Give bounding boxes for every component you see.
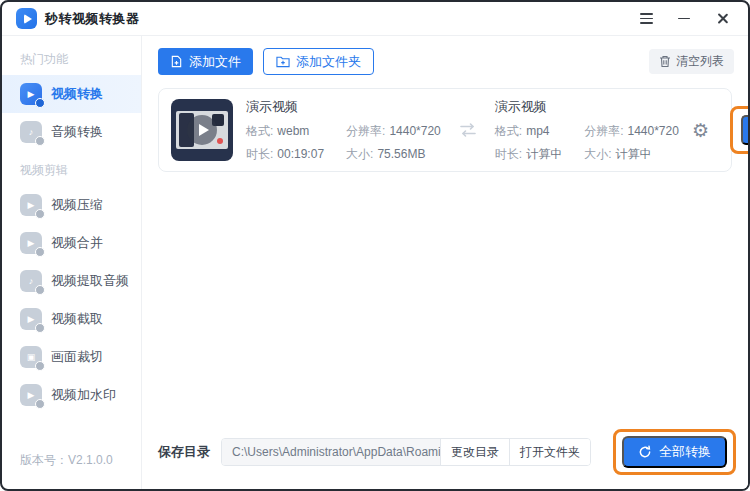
- sidebar-item-label: 音频转换: [51, 123, 103, 141]
- add-folder-label: 添加文件夹: [296, 53, 361, 71]
- menu-icon[interactable]: [634, 7, 658, 31]
- source-resolution-value: 1440*720: [389, 124, 440, 138]
- sidebar-item-label: 视频合并: [51, 234, 103, 252]
- save-dir-path: C:\Users\Administrator\AppData\Roaming\m…: [222, 439, 440, 465]
- refresh-icon: [638, 445, 652, 459]
- video-merge-icon: ▶: [20, 232, 42, 254]
- video-compress-icon: ▶: [20, 194, 42, 216]
- open-folder-button[interactable]: 打开文件夹: [509, 439, 590, 465]
- version-label: 版本号：V2.1.0.0: [2, 452, 141, 489]
- target-duration-label: 时长:: [495, 147, 522, 161]
- target-resolution-label: 分辨率:: [584, 124, 623, 138]
- video-thumbnail: [171, 99, 233, 161]
- target-resolution-value: 1440*720: [627, 124, 678, 138]
- app-logo-icon: [16, 8, 37, 29]
- window-controls: [634, 7, 734, 31]
- convert-arrows-icon: [456, 120, 480, 140]
- settings-gear-icon[interactable]: ⚙: [692, 121, 709, 140]
- convert-now-button[interactable]: 立即转换: [741, 115, 750, 145]
- add-file-label: 添加文件: [189, 53, 241, 71]
- title-bar: 秒转视频转换器: [2, 2, 748, 36]
- target-duration-value: 计算中: [526, 147, 562, 161]
- sidebar-item-label: 视频提取音频: [51, 272, 129, 290]
- change-dir-button[interactable]: 更改目录: [440, 439, 509, 465]
- extract-audio-icon: ♪: [20, 270, 42, 292]
- target-size-value: 计算中: [615, 147, 651, 161]
- source-resolution-label: 分辨率:: [346, 124, 385, 138]
- source-format-label: 格式:: [246, 124, 273, 138]
- file-row: 演示视频 格式:webm 分辨率:1440*720 时长:00:19:07 大小…: [158, 88, 732, 172]
- toolbar: 添加文件 添加文件夹 清空列表: [142, 36, 748, 84]
- source-size-label: 大小:: [346, 147, 373, 161]
- sidebar-section-edit: 视频剪辑: [2, 151, 141, 186]
- sidebar-item-label: 视频压缩: [51, 196, 103, 214]
- highlight-box-convert-all: 全部转换: [613, 429, 736, 475]
- folder-plus-icon: [276, 55, 290, 68]
- sidebar-item-video-merge[interactable]: ▶ 视频合并: [2, 224, 141, 262]
- target-size-label: 大小:: [584, 147, 611, 161]
- footer-bar: 保存目录 C:\Users\Administrator\AppData\Roam…: [142, 421, 748, 489]
- sidebar-item-extract-audio[interactable]: ♪ 视频提取音频: [2, 262, 141, 300]
- app-window: 秒转视频转换器 热门功能 ▶ 视频转换 ♪ 音频转换 视频剪辑 ▶ 视频压缩: [0, 0, 750, 491]
- sidebar-item-label: 画面裁切: [51, 348, 103, 366]
- audio-convert-icon: ♪: [20, 121, 42, 143]
- target-format-value: mp4: [526, 124, 549, 138]
- sidebar-item-label: 视频截取: [51, 310, 103, 328]
- highlight-box-convert-now: 立即转换: [730, 106, 750, 154]
- sidebar-item-crop-frame[interactable]: ▣ 画面裁切: [2, 338, 141, 376]
- app-title: 秒转视频转换器: [45, 10, 140, 28]
- play-icon: [187, 115, 217, 145]
- target-format-label: 格式:: [495, 124, 522, 138]
- add-folder-button[interactable]: 添加文件夹: [263, 48, 374, 75]
- sidebar-item-video-convert[interactable]: ▶ 视频转换: [2, 75, 141, 113]
- video-trim-icon: ▶: [20, 308, 42, 330]
- save-dir-label: 保存目录: [158, 443, 210, 461]
- sidebar-item-label: 视频加水印: [51, 386, 116, 404]
- convert-all-label: 全部转换: [659, 443, 711, 461]
- file-plus-icon: [170, 55, 183, 68]
- sidebar-item-video-compress[interactable]: ▶ 视频压缩: [2, 186, 141, 224]
- sidebar-item-video-trim[interactable]: ▶ 视频截取: [2, 300, 141, 338]
- video-convert-icon: ▶: [20, 83, 42, 105]
- sidebar-item-audio-convert[interactable]: ♪ 音频转换: [2, 113, 141, 151]
- source-file-info: 演示视频 格式:webm 分辨率:1440*720 时长:00:19:07 大小…: [246, 98, 441, 163]
- minimize-icon[interactable]: [672, 7, 696, 31]
- save-dir-group: C:\Users\Administrator\AppData\Roaming\m…: [221, 438, 591, 466]
- sidebar: 热门功能 ▶ 视频转换 ♪ 音频转换 视频剪辑 ▶ 视频压缩 ▶ 视频合并 ♪ …: [2, 36, 142, 489]
- trash-icon: [659, 55, 671, 68]
- source-format-value: webm: [277, 124, 309, 138]
- watermark-icon: ▶: [20, 384, 42, 406]
- sidebar-item-watermark[interactable]: ▶ 视频加水印: [2, 376, 141, 414]
- crop-frame-icon: ▣: [20, 346, 42, 368]
- target-title: 演示视频: [495, 98, 679, 116]
- close-icon[interactable]: [710, 7, 734, 31]
- sidebar-item-label: 视频转换: [51, 85, 103, 103]
- sidebar-section-hot: 热门功能: [2, 40, 141, 75]
- source-title: 演示视频: [246, 98, 441, 116]
- convert-all-button[interactable]: 全部转换: [622, 436, 727, 468]
- add-file-button[interactable]: 添加文件: [158, 48, 253, 75]
- clear-list-button[interactable]: 清空列表: [649, 49, 734, 74]
- source-duration-value: 00:19:07: [277, 147, 324, 161]
- main-area: 添加文件 添加文件夹 清空列表 演示视频: [142, 36, 748, 489]
- clear-list-label: 清空列表: [676, 53, 724, 70]
- target-file-info: 演示视频 格式:mp4 分辨率:1440*720 时长:计算中 大小:计算中: [495, 98, 679, 163]
- source-size-value: 75.56MB: [377, 147, 425, 161]
- source-duration-label: 时长:: [246, 147, 273, 161]
